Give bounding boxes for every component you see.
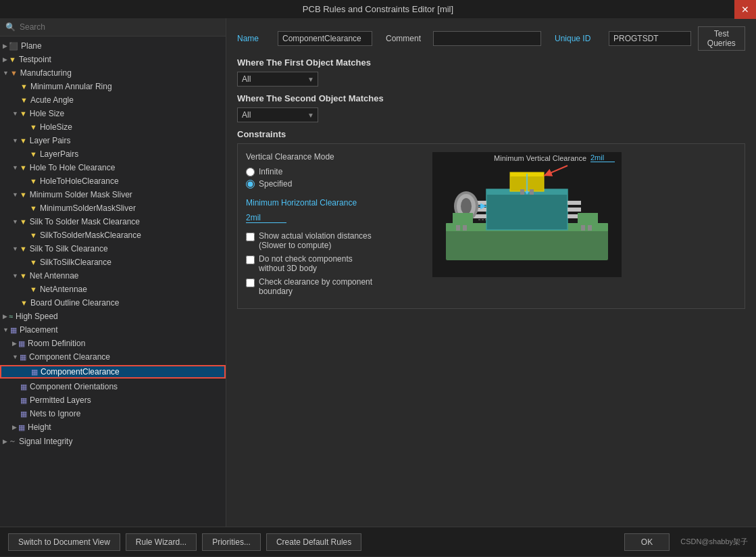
tree-label-silk-to-silk: Silk To Silk Clearance (30, 244, 108, 253)
priorities-button[interactable]: Priorities... (202, 533, 261, 551)
tree-item-layerpairs-sub[interactable]: ▼LayerPairs (0, 147, 226, 161)
tree-row-board-outline[interactable]: ▼Board Outline Clearance (0, 297, 226, 308)
tree-row-signal-integrity[interactable]: ▶～Signal Integrity (0, 435, 226, 447)
tree-item-holesize-sub[interactable]: ▼HoleSize (0, 120, 226, 134)
tree-row-hole-size[interactable]: ▼▼Hole Size (0, 108, 226, 119)
min-vert-input[interactable] (590, 153, 615, 162)
tree-item-comp-orientations[interactable]: ▦Component Orientations (0, 380, 226, 393)
tree-row-hole-to-hole[interactable]: ▼▼Hole To Hole Clearance (0, 162, 226, 173)
tree-row-comp-clearance[interactable]: ▼▦Component Clearance (0, 352, 226, 362)
tree-row-comp-orientations[interactable]: ▦Component Orientations (0, 381, 226, 392)
tree-row-height[interactable]: ▶▦Height (0, 422, 226, 433)
tree-row-acute-angle[interactable]: ▼Acute Angle (0, 95, 226, 105)
constraints-right: Minimum Vertical Clearance (432, 152, 736, 300)
radio-infinite-input[interactable] (246, 168, 255, 176)
tree-item-layer-pairs[interactable]: ▼▼Layer Pairs (0, 134, 226, 147)
tree-item-high-speed[interactable]: ▶≈High Speed (0, 310, 226, 323)
tree-item-comp-clearance[interactable]: ▼▦Component Clearance (0, 350, 226, 364)
create-defaults-button[interactable]: Create Default Rules (266, 533, 361, 551)
tree-item-room-def[interactable]: ▶▦Room Definition (0, 337, 226, 350)
tree-item-min-solder-sliver[interactable]: ▼▼Minimum Solder Mask Sliver (0, 188, 226, 201)
tree-row-holesize-sub[interactable]: ▼HoleSize (0, 122, 226, 132)
tree-row-silk-to-silk[interactable]: ▼▼Silk To Silk Clearance (0, 243, 226, 254)
where-second-dropdown-wrap: All ▼ (237, 107, 318, 122)
switch-doc-button[interactable]: Switch to Document View (8, 533, 120, 551)
ok-button[interactable]: OK (624, 533, 670, 551)
tree-row-high-speed[interactable]: ▶≈High Speed (0, 311, 226, 322)
tree-item-placement[interactable]: ▼▦Placement (0, 323, 226, 337)
tree-item-holetoholecsub[interactable]: ▼HoleToHoleClearance (0, 174, 226, 188)
check3-input[interactable] (246, 278, 255, 287)
tree-row-componentclearance-sub[interactable]: ▦ComponentClearance (0, 365, 226, 379)
tree-row-plane[interactable]: ▶⬛Plane (0, 41, 226, 51)
check1-input[interactable] (246, 233, 255, 241)
tree-item-netantennasub[interactable]: ▼NetAntennae (0, 283, 226, 296)
tree-row-placement[interactable]: ▼▦Placement (0, 324, 226, 335)
tree-item-acute-angle[interactable]: ▼Acute Angle (0, 93, 226, 107)
unique-id-input[interactable] (609, 31, 691, 46)
tree-item-silktosilksub[interactable]: ▼SilkToSilkClearance (0, 256, 226, 269)
check2-label[interactable]: Do not check componentswithout 3D body (246, 254, 422, 273)
radio-infinite[interactable]: Infinite (246, 167, 422, 176)
tree-item-testpoint[interactable]: ▶▼Testpoint (0, 53, 226, 66)
tree-item-signal-integrity[interactable]: ▶～Signal Integrity (0, 434, 226, 448)
where-second-select[interactable]: All (237, 107, 318, 122)
tree-row-layerpairs-sub[interactable]: ▼LayerPairs (0, 149, 226, 160)
tree-item-permitted-layers[interactable]: ▦Permitted Layers (0, 393, 226, 407)
tree-item-net-antennae[interactable]: ▼▼Net Antennae (0, 269, 226, 283)
comment-input[interactable] (433, 31, 541, 46)
tree-label-layerpairs-sub: LayerPairs (40, 149, 78, 159)
component-illustration (432, 152, 622, 277)
tree-row-holetoholecsub[interactable]: ▼HoleToHoleClearance (0, 176, 226, 187)
tree-row-room-def[interactable]: ▶▦Room Definition (0, 338, 226, 349)
tree-item-manufacturing[interactable]: ▼▼Manufacturing (0, 66, 226, 80)
svg-rect-3 (486, 189, 568, 230)
tree-row-silktosilksub[interactable]: ▼SilkToSilkClearance (0, 257, 226, 268)
radio-specified-input[interactable] (246, 180, 255, 189)
tree-row-testpoint[interactable]: ▶▼Testpoint (0, 54, 226, 65)
tree-item-hole-to-hole[interactable]: ▼▼Hole To Hole Clearance (0, 161, 226, 174)
close-button[interactable]: ✕ (734, 0, 756, 19)
search-input[interactable] (20, 22, 220, 32)
tree-row-permitted-layers[interactable]: ▦Permitted Layers (0, 395, 226, 406)
tree-row-net-antennae[interactable]: ▼▼Net Antennae (0, 270, 226, 281)
tree-row-min-solder-sliver[interactable]: ▼▼Minimum Solder Mask Sliver (0, 189, 226, 200)
tree-row-layer-pairs[interactable]: ▼▼Layer Pairs (0, 135, 226, 146)
svg-rect-19 (456, 225, 460, 231)
rule-wizard-button[interactable]: Rule Wizard... (126, 533, 197, 551)
tree-row-min-annular[interactable]: ▼Minimum Annular Ring (0, 81, 226, 92)
test-queries-button[interactable]: Test Queries (698, 26, 745, 51)
tree-item-nets-to-ignore[interactable]: ▦Nets to Ignore (0, 407, 226, 420)
tree-item-componentclearance-sub[interactable]: ▦ComponentClearance (0, 364, 226, 380)
tree-row-netantennasub[interactable]: ▼NetAntennae (0, 284, 226, 295)
svg-rect-18 (453, 213, 473, 225)
tree-item-hole-size[interactable]: ▼▼Hole Size (0, 107, 226, 120)
tree-label-holetoholecsub: HoleToHoleClearance (40, 176, 119, 186)
tree-item-silk-to-solder[interactable]: ▼▼Silk To Solder Mask Clearance (0, 215, 226, 228)
check2-input[interactable] (246, 256, 255, 264)
tree-row-nets-to-ignore[interactable]: ▦Nets to Ignore (0, 408, 226, 419)
tree-item-height[interactable]: ▶▦Height (0, 420, 226, 434)
tree-row-silk-to-solder[interactable]: ▼▼Silk To Solder Mask Clearance (0, 216, 226, 227)
tree-row-minsoldermasksub[interactable]: ▼MinimumSolderMaskSliver (0, 203, 226, 214)
tree-item-silk-to-silk[interactable]: ▼▼Silk To Silk Clearance (0, 242, 226, 256)
min-horiz-input[interactable] (246, 213, 286, 223)
tree-row-manufacturing[interactable]: ▼▼Manufacturing (0, 68, 226, 78)
check3-label[interactable]: Check clearance by componentboundary (246, 277, 422, 296)
name-input[interactable] (278, 31, 372, 46)
tree-item-silktosoldermasksub[interactable]: ▼SilkToSolderMaskClearance (0, 228, 226, 242)
tree-item-min-annular[interactable]: ▼Minimum Annular Ring (0, 80, 226, 93)
where-first-select[interactable]: All (237, 72, 318, 87)
check1-label[interactable]: Show actual violation distances(Slower t… (246, 231, 422, 250)
tree-label-comp-orientations: Component Orientations (30, 382, 118, 391)
tree-item-plane[interactable]: ▶⬛Plane (0, 39, 226, 53)
tree-item-minsoldermasksub[interactable]: ▼MinimumSolderMaskSliver (0, 201, 226, 215)
tree-label-room-def: Room Definition (28, 339, 85, 348)
tree-label-net-antennae: Net Antennae (30, 271, 79, 281)
tree-item-board-outline[interactable]: ▼Board Outline Clearance (0, 296, 226, 310)
tree-label-height: Height (28, 422, 51, 432)
radio-specified[interactable]: Specified (246, 179, 422, 189)
tree-row-silktosoldermasksub[interactable]: ▼SilkToSolderMaskClearance (0, 230, 226, 241)
tree-label-silktosilksub: SilkToSilkClearance (40, 258, 111, 267)
svg-rect-17 (530, 189, 534, 195)
